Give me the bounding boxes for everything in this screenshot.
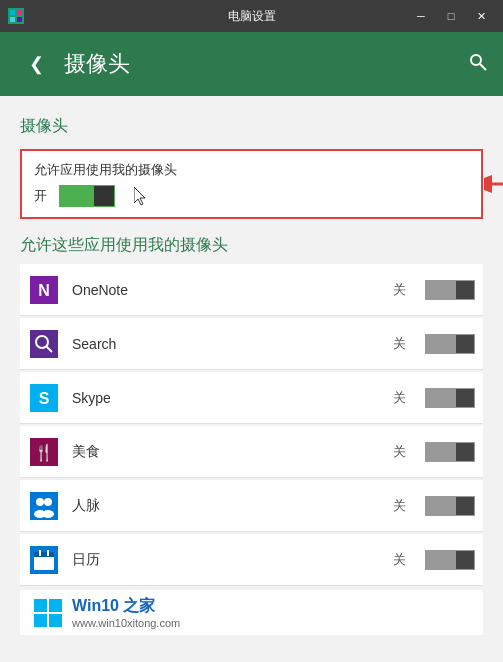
svg-text:S: S [39, 390, 50, 407]
app-name-2: Skype [68, 390, 393, 406]
toggle-thumb-4 [456, 497, 474, 515]
app-toggle-3[interactable] [425, 442, 475, 462]
toggle-thumb-3 [456, 443, 474, 461]
svg-rect-0 [10, 10, 15, 15]
close-button[interactable]: ✕ [467, 6, 495, 26]
app-status-4: 关 [393, 497, 413, 515]
app-name-5: 日历 [68, 551, 393, 569]
main-content: 摄像头 允许应用使用我的摄像头 开 [0, 96, 503, 662]
app-toggle-0[interactable] [425, 280, 475, 300]
svg-line-5 [480, 64, 486, 70]
permission-box: 允许应用使用我的摄像头 开 [20, 149, 483, 219]
permission-label: 允许应用使用我的摄像头 [34, 161, 469, 179]
list-item: N OneNote 关 [20, 264, 483, 316]
red-arrow [484, 170, 503, 198]
app-list: N OneNote 关 Search 关 S Skype 关 [20, 264, 483, 586]
app-toggle-4[interactable] [425, 496, 475, 516]
app-name-3: 美食 [68, 443, 393, 461]
svg-rect-28 [49, 599, 62, 612]
app-icon-5 [20, 534, 68, 586]
svg-point-18 [36, 498, 44, 506]
app-name-4: 人脉 [68, 497, 393, 515]
list-item: 日历 关 [20, 534, 483, 586]
list-item: 🍴 美食 关 [20, 426, 483, 478]
watermark-url: www.win10xitong.com [72, 617, 180, 629]
list-item: Search 关 [20, 318, 483, 370]
watermark-brand: Win10 之家 [72, 596, 180, 617]
page-title: 摄像头 [64, 49, 130, 79]
app-icon-4 [20, 480, 68, 532]
svg-text:🍴: 🍴 [34, 443, 54, 462]
toggle-thumb-2 [456, 389, 474, 407]
watermark-text-area: Win10 之家 www.win10xitong.com [72, 596, 180, 629]
svg-rect-10 [30, 330, 58, 358]
windows-logo [32, 597, 64, 629]
svg-rect-1 [17, 10, 22, 15]
toggle-thumb-5 [456, 551, 474, 569]
toggle-thumb [94, 186, 114, 206]
page-header: ❮ 摄像头 [0, 32, 503, 96]
window-controls: ─ □ ✕ [407, 6, 495, 26]
svg-rect-24 [34, 552, 54, 557]
app-icon-1 [20, 318, 68, 370]
app-status-1: 关 [393, 335, 413, 353]
app-toggle-2[interactable] [425, 388, 475, 408]
toggle-thumb-1 [456, 335, 474, 353]
title-bar: 电脑设置 ─ □ ✕ [0, 0, 503, 32]
app-name-0: OneNote [68, 282, 393, 298]
list-item: S Skype 关 [20, 372, 483, 424]
camera-toggle[interactable] [59, 185, 115, 207]
svg-point-19 [44, 498, 52, 506]
title-bar-left [8, 8, 24, 24]
app-toggle-1[interactable] [425, 334, 475, 354]
app-name-1: Search [68, 336, 393, 352]
app-status-5: 关 [393, 551, 413, 569]
svg-rect-29 [34, 614, 47, 627]
svg-rect-2 [10, 17, 15, 22]
svg-rect-30 [49, 614, 62, 627]
svg-text:N: N [38, 282, 50, 299]
apps-section-title: 允许这些应用使用我的摄像头 [20, 235, 483, 256]
permission-on-label: 开 [34, 187, 47, 205]
camera-section-title: 摄像头 [20, 116, 483, 137]
app-status-2: 关 [393, 389, 413, 407]
permission-row: 开 [34, 185, 469, 207]
list-item: 人脉 关 [20, 480, 483, 532]
minimize-button[interactable]: ─ [407, 6, 435, 26]
svg-point-4 [471, 55, 481, 65]
search-icon[interactable] [469, 53, 487, 75]
app-icon-0: N [20, 264, 68, 316]
svg-rect-3 [17, 17, 22, 22]
maximize-button[interactable]: □ [437, 6, 465, 26]
mouse-cursor [134, 187, 148, 211]
svg-rect-27 [34, 599, 47, 612]
app-status-3: 关 [393, 443, 413, 461]
camera-section: 摄像头 允许应用使用我的摄像头 开 [20, 116, 483, 219]
app-icon-2: S [20, 372, 68, 424]
svg-point-21 [42, 510, 54, 518]
app-toggle-5[interactable] [425, 550, 475, 570]
app-icon [8, 8, 24, 24]
app-status-0: 关 [393, 281, 413, 299]
toggle-thumb-0 [456, 281, 474, 299]
watermark: Win10 之家 www.win10xitong.com [20, 590, 483, 635]
window-title: 电脑设置 [228, 8, 276, 25]
apps-section: 允许这些应用使用我的摄像头 N OneNote 关 Search 关 S [20, 235, 483, 586]
back-button[interactable]: ❮ [20, 48, 52, 80]
app-icon-3: 🍴 [20, 426, 68, 478]
